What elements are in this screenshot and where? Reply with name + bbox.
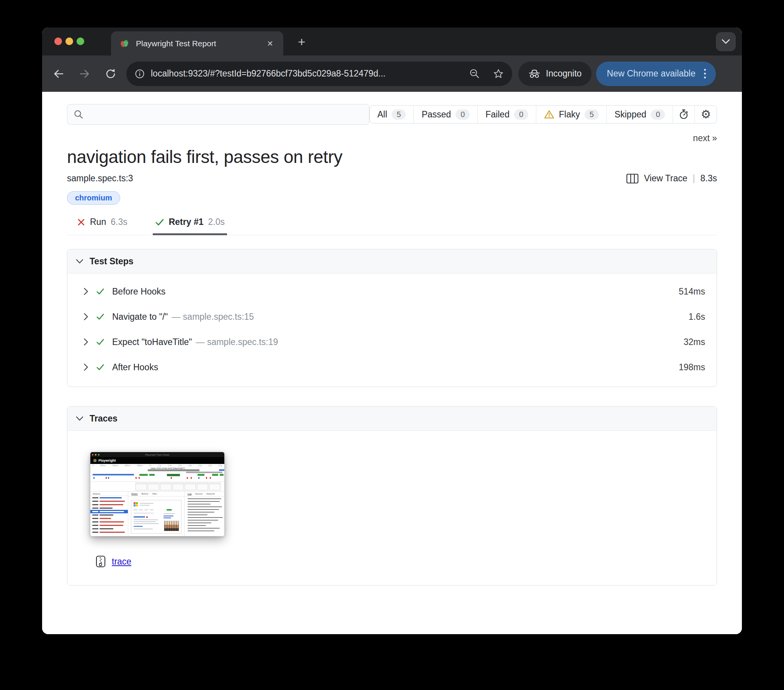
thumb-actions-panel: Actions — [91, 491, 128, 536]
browser-toolbar: localhost:9323/#?testId=b92766bcf73bd5c0… — [42, 56, 742, 92]
view-trace-button[interactable]: View Trace | 8.3s — [626, 173, 717, 184]
passed-check-icon — [155, 218, 164, 227]
warning-icon — [544, 110, 554, 119]
settings-button[interactable]: ⚙ — [694, 105, 716, 123]
stopwatch-icon — [679, 109, 688, 120]
filter-flaky-count: 5 — [585, 109, 599, 120]
url-text[interactable]: localhost:9323/#?testId=b92766bcf73bd5c0… — [151, 69, 469, 79]
chevron-down-icon — [76, 416, 84, 421]
test-steps-header[interactable]: Test Steps — [68, 250, 716, 273]
thumb-titlebar: Playwright Trace Viewer — [91, 452, 224, 457]
chevron-right-icon[interactable] — [84, 363, 89, 371]
filter-all-count: 5 — [392, 109, 406, 120]
thumb-actions-label: Actions — [91, 491, 128, 496]
incognito-badge: Incognito — [518, 62, 591, 86]
project-badge-chromium[interactable]: chromium — [67, 191, 120, 205]
reload-icon[interactable] — [105, 68, 116, 80]
thumb-timeline: 0200ms400ms600ms800ms1s1.2s1.4s1.6s1.8s2… — [91, 464, 224, 482]
tab-close-icon[interactable]: ✕ — [265, 38, 275, 50]
tab-run[interactable]: Run 6.3s — [75, 214, 130, 235]
tab-retry-1[interactable]: Retry #1 2.0s — [153, 214, 227, 235]
filter-skipped-count: 0 — [651, 109, 665, 120]
filter-skipped[interactable]: Skipped 0 — [606, 105, 673, 123]
filter-passed[interactable]: Passed 0 — [413, 105, 478, 123]
chrome-update-label: New Chrome available — [607, 69, 695, 79]
thumb-center-tabs: ActionBeforeAfter — [128, 491, 184, 496]
test-title: navigation fails first, passes on retry — [67, 146, 717, 167]
view-trace-label: View Trace — [644, 173, 687, 184]
url-bar[interactable]: localhost:9323/#?testId=b92766bcf73bd5c0… — [126, 62, 512, 86]
bookmark-star-icon[interactable] — [493, 69, 504, 79]
thumb-ruler: 0200ms400ms600ms800ms1s1.2s1.4s1.6s1.8s2… — [91, 464, 224, 467]
browser-menu-icon[interactable] — [702, 69, 708, 79]
step-row-before-hooks[interactable]: Before Hooks 514ms — [68, 279, 716, 304]
columns-icon — [626, 174, 639, 184]
search-icon — [74, 109, 84, 119]
thumb-brand-bar: Playwright — [91, 457, 224, 464]
traces-card: Traces Playwright Trace Viewer Playwrigh… — [67, 406, 717, 586]
screenshot-stage: Playwright Test Report ✕ + — [0, 0, 784, 690]
filter-passed-count: 0 — [456, 109, 470, 120]
step-row-expect[interactable]: Expect "toHaveTitle" — sample.spec.ts:19… — [68, 329, 716, 355]
trace-zip-icon — [96, 555, 105, 568]
filter-failed[interactable]: Failed 0 — [478, 105, 536, 123]
step-row-navigate[interactable]: Navigate to "/" — sample.spec.ts:15 1.6s — [68, 304, 716, 329]
zoom-out-icon[interactable] — [469, 69, 480, 79]
playwright-masks-favicon-icon — [119, 39, 129, 49]
test-steps-card: Test Steps Before Hooks 514ms — [67, 249, 717, 387]
microsoft-logo-icon — [133, 502, 138, 506]
chevron-right-icon[interactable] — [84, 338, 89, 346]
browser-window: Playwright Test Report ✕ + — [42, 28, 742, 634]
thumb-action-panel: ActionBeforeAfter — [128, 491, 184, 536]
playwright-mini-logo-icon — [94, 459, 97, 462]
chrome-update-button[interactable]: New Chrome available — [596, 62, 715, 86]
maximize-window-button[interactable] — [77, 38, 84, 45]
total-duration: 8.3s — [700, 173, 717, 184]
failed-x-icon — [77, 218, 86, 227]
filter-bar: All 5 Passed 0 Failed 0 — [369, 105, 717, 123]
tab-title: Playwright Test Report — [136, 39, 265, 48]
new-tab-button[interactable]: + — [293, 33, 310, 51]
site-info-icon[interactable] — [135, 69, 145, 79]
report-page: All 5 Passed 0 Failed 0 — [42, 92, 742, 634]
thumb-right-tabs: LogSourceNetwork — [184, 491, 224, 496]
trace-thumbnail[interactable]: Playwright Trace Viewer Playwright 0200m… — [91, 452, 224, 536]
incognito-icon — [528, 69, 540, 79]
minimize-window-button[interactable] — [66, 38, 73, 45]
chevron-right-icon[interactable] — [84, 313, 89, 320]
thumb-photo-block — [164, 521, 179, 531]
passed-check-icon — [96, 363, 104, 371]
chevron-down-icon — [76, 259, 84, 264]
thumb-actions-rows — [91, 496, 128, 534]
incognito-label: Incognito — [546, 69, 581, 79]
thumb-log-panel: LogSourceNetwork — [184, 491, 224, 536]
duration-toggle-button[interactable] — [673, 105, 694, 123]
next-test-link[interactable]: next » — [693, 133, 717, 143]
separator: | — [693, 173, 695, 184]
filter-failed-count: 0 — [514, 109, 528, 120]
search-input[interactable] — [88, 109, 363, 120]
trace-link[interactable]: trace — [112, 557, 131, 567]
filter-all[interactable]: All 5 — [370, 105, 414, 123]
tab-strip: Playwright Test Report ✕ + — [42, 28, 742, 56]
search-box[interactable] — [67, 104, 369, 125]
run-tabs: Run 6.3s Retry #1 2.0s — [67, 214, 717, 235]
back-icon[interactable] — [53, 68, 64, 80]
thumb-title: Playwright Trace Viewer — [91, 453, 224, 456]
thumb-filmstrip — [91, 482, 224, 491]
forward-icon[interactable] — [79, 68, 91, 80]
gear-icon: ⚙ — [700, 108, 711, 120]
browser-tab[interactable]: Playwright Test Report ✕ — [111, 31, 283, 56]
traces-header[interactable]: Traces — [68, 407, 716, 431]
tab-search-chevron-button[interactable] — [716, 32, 736, 51]
step-row-after-hooks[interactable]: After Hooks 198ms — [68, 355, 716, 380]
close-window-button[interactable] — [54, 38, 62, 45]
passed-check-icon — [96, 288, 104, 295]
traffic-lights — [54, 38, 84, 45]
filter-flaky[interactable]: Flaky 5 — [536, 105, 606, 123]
passed-check-icon — [96, 313, 104, 320]
test-location: sample.spec.ts:3 — [67, 173, 133, 184]
passed-check-icon — [96, 338, 104, 346]
thumb-log-rows — [184, 498, 224, 531]
chevron-right-icon[interactable] — [84, 288, 89, 295]
